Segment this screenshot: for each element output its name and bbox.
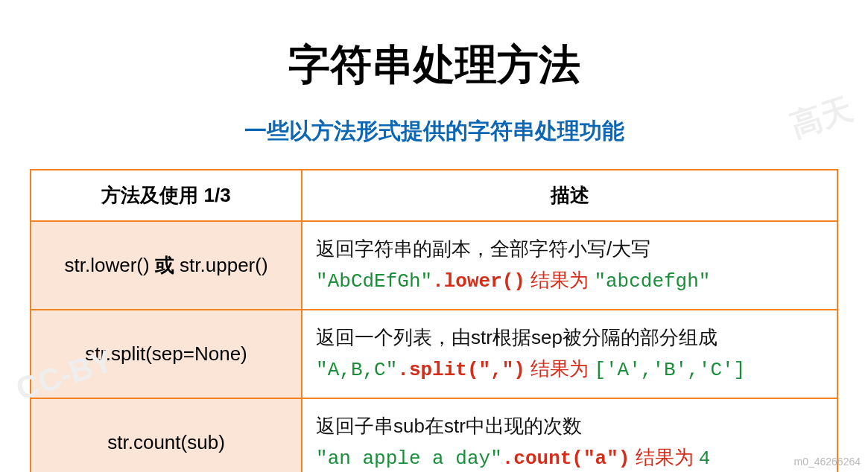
method-text: str.lower() — [65, 254, 155, 276]
example-string: "AbCdEfGh" — [316, 270, 432, 293]
example-string: "A,B,C" — [316, 359, 397, 381]
desc-cell: 返回子串sub在str中出现的次数 "an apple a day".count… — [302, 398, 837, 472]
desc-cell: 返回一个列表，由str根据sep被分隔的部分组成 "A,B,C".split("… — [302, 310, 837, 398]
example-result: "abcdefgh" — [594, 270, 710, 293]
method-cell: str.count(sub) — [31, 398, 302, 472]
method-text: str.upper() — [174, 254, 268, 276]
methods-table: 方法及使用 1/3 描述 str.lower() 或 str.upper() 返… — [30, 169, 838, 472]
method-cell: str.split(sep=None) — [31, 310, 302, 398]
table-header-desc: 描述 — [302, 170, 837, 221]
desc-text: 返回字符串的副本，全部字符小写/大写 — [316, 234, 823, 265]
table-row: str.split(sep=None) 返回一个列表，由str根据sep被分隔的… — [31, 310, 837, 398]
example-sep: 结果为 — [525, 357, 594, 380]
example-line: "an apple a day".count("a") 结果为 4 — [316, 442, 823, 472]
table-header-method: 方法及使用 1/3 — [31, 170, 302, 221]
example-call: .split(",") — [397, 359, 525, 381]
desc-text: 返回一个列表，由str根据sep被分隔的部分组成 — [316, 322, 823, 354]
method-cell: str.lower() 或 str.upper() — [31, 221, 302, 310]
page-title: 字符串处理方法 — [30, 37, 838, 94]
example-line: "A,B,C".split(",") 结果为 ['A','B','C'] — [316, 354, 823, 386]
method-text: str.split(sep=None) — [85, 342, 247, 365]
method-text-or: 或 — [155, 254, 174, 276]
example-result: 4 — [699, 447, 711, 470]
slide-container: 字符串处理方法 一些以方法形式提供的字符串处理功能 方法及使用 1/3 描述 s… — [0, 0, 868, 472]
table-row: str.count(sub) 返回子串sub在str中出现的次数 "an app… — [31, 398, 837, 472]
example-call: .lower() — [432, 270, 525, 293]
table-header-row: 方法及使用 1/3 描述 — [31, 170, 837, 221]
example-string: "an apple a day" — [316, 447, 502, 470]
desc-cell: 返回字符串的副本，全部字符小写/大写 "AbCdEfGh".lower() 结果… — [302, 221, 837, 310]
page-subtitle: 一些以方法形式提供的字符串处理功能 — [30, 116, 838, 147]
table-row: str.lower() 或 str.upper() 返回字符串的副本，全部字符小… — [31, 221, 837, 310]
example-sep: 结果为 — [525, 269, 594, 291]
example-result: ['A','B','C'] — [594, 359, 745, 381]
example-call: .count("a") — [502, 447, 630, 470]
footer-watermark: m0_46266264 — [793, 456, 861, 468]
example-sep: 结果为 — [630, 446, 698, 468]
desc-text: 返回子串sub在str中出现的次数 — [316, 411, 823, 442]
method-text: str.count(sub) — [107, 431, 225, 453]
example-line: "AbCdEfGh".lower() 结果为 "abcdefgh" — [316, 265, 823, 298]
